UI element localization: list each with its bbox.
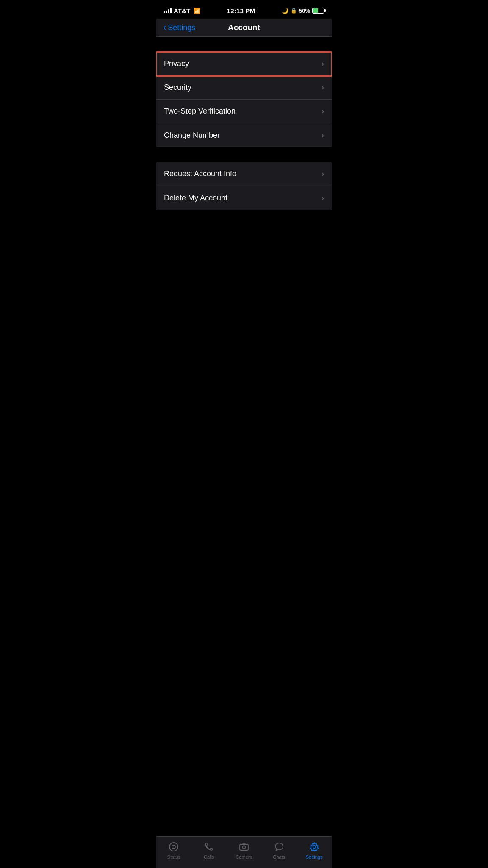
two-step-label: Two-Step Verification	[164, 107, 236, 116]
nav-bar: ‹ Settings Account	[156, 19, 332, 37]
lock-rotation-icon: 🔒	[291, 8, 297, 14]
security-item[interactable]: Security ›	[156, 76, 332, 100]
two-step-chevron-icon: ›	[322, 107, 324, 116]
page-title: Account	[228, 23, 260, 32]
delete-account-label: Delete My Account	[164, 194, 227, 203]
back-chevron-icon: ‹	[163, 23, 166, 32]
main-content: Privacy › Security › Two-Step Verificati…	[156, 37, 332, 248]
back-label: Settings	[168, 23, 195, 32]
moon-icon: 🌙	[282, 8, 288, 14]
request-account-info-item[interactable]: Request Account Info ›	[156, 162, 332, 186]
section-spacer	[156, 147, 332, 162]
privacy-label: Privacy	[164, 59, 189, 68]
change-number-item[interactable]: Change Number ›	[156, 123, 332, 147]
change-number-label: Change Number	[164, 131, 220, 140]
back-button[interactable]: ‹ Settings	[163, 23, 195, 32]
account-section-2: Request Account Info › Delete My Account…	[156, 162, 332, 210]
request-account-info-chevron-icon: ›	[322, 170, 324, 178]
wifi-icon: 📶	[194, 8, 200, 14]
change-number-chevron-icon: ›	[322, 131, 324, 140]
status-right: 🌙 🔒 50%	[282, 8, 324, 14]
battery-icon	[312, 8, 324, 14]
signal-bars-icon	[164, 8, 172, 13]
time-label: 12:13 PM	[227, 7, 255, 14]
privacy-chevron-icon: ›	[322, 59, 324, 68]
account-section-1: Privacy › Security › Two-Step Verificati…	[156, 52, 332, 147]
two-step-verification-item[interactable]: Two-Step Verification ›	[156, 100, 332, 123]
battery-percent-label: 50%	[299, 8, 310, 14]
security-label: Security	[164, 83, 191, 92]
request-account-info-label: Request Account Info	[164, 170, 236, 178]
status-bar: AT&T 📶 12:13 PM 🌙 🔒 50%	[156, 0, 332, 19]
delete-account-item[interactable]: Delete My Account ›	[156, 186, 332, 210]
privacy-item[interactable]: Privacy ›	[156, 52, 332, 76]
security-chevron-icon: ›	[322, 83, 324, 92]
delete-account-chevron-icon: ›	[322, 194, 324, 203]
status-left: AT&T 📶	[164, 7, 200, 14]
carrier-label: AT&T	[174, 7, 190, 14]
top-spacer	[156, 37, 332, 52]
